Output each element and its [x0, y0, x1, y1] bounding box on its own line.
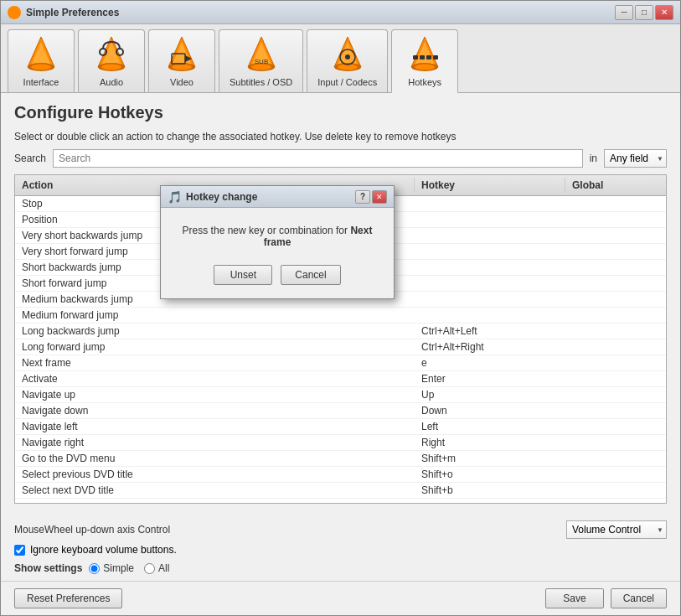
cell-hotkey: Shift+p [415, 499, 565, 502]
tab-video[interactable]: Video [148, 29, 215, 92]
cell-global [565, 467, 666, 482]
table-row[interactable]: Go to the DVD menu Shift+m [15, 451, 666, 467]
cell-action: Long forward jump [15, 339, 415, 355]
svg-point-13 [172, 65, 192, 70]
cell-action: Next frame [15, 355, 415, 370]
in-label: in [590, 153, 597, 164]
ignore-keyboard-label: Ignore keyboard volume buttons. [30, 544, 177, 556]
dialog-close-button[interactable]: ✕ [372, 190, 387, 204]
cell-hotkey: Up [415, 387, 565, 402]
tab-input[interactable]: Input / Codecs [307, 29, 388, 92]
table-row[interactable]: Activate Enter [15, 371, 666, 387]
page-description: Select or double click an action to chan… [14, 131, 667, 142]
tab-hotkeys[interactable]: Hotkeys [391, 29, 458, 93]
cell-hotkey: e [415, 355, 565, 370]
cell-global [565, 403, 666, 418]
tab-audio[interactable]: Audio [78, 29, 145, 92]
page-title: Configure Hotkeys [14, 103, 667, 122]
radio-simple[interactable] [89, 563, 100, 574]
volume-select-wrapper: Volume Control [566, 520, 667, 539]
cancel-button[interactable]: Cancel [611, 588, 667, 608]
title-bar: Simple Preferences ─ □ ✕ [1, 1, 680, 24]
cell-global [565, 212, 666, 227]
show-settings-label: Show settings [14, 562, 82, 574]
cell-global [565, 387, 666, 402]
tab-subtitles-label: Subtitles / OSD [230, 77, 292, 87]
cell-action: Select prev DVD chapter [15, 499, 415, 502]
main-content: Configure Hotkeys Select or double click… [1, 93, 680, 514]
volume-select[interactable]: Volume Control [566, 520, 667, 539]
dialog-body: Press the new key or combination for Nex… [161, 208, 394, 298]
footer-buttons: Reset Preferences Save Cancel [1, 581, 680, 615]
search-label: Search [14, 153, 46, 164]
checkbox-row: Ignore keyboard volume buttons. [14, 544, 667, 556]
dialog-message: Press the new key or combination for Nex… [178, 225, 377, 248]
maximize-button[interactable]: □ [635, 5, 653, 20]
dialog-icon: 🎵 [168, 190, 181, 204]
table-row[interactable]: Navigate left Left [15, 419, 666, 435]
tab-interface[interactable]: Interface [8, 29, 75, 92]
table-row[interactable]: Long backwards jump Ctrl+Alt+Left [15, 324, 666, 339]
cell-hotkey [415, 228, 565, 243]
cell-hotkey [415, 196, 565, 211]
cell-hotkey [415, 260, 565, 275]
cell-global [565, 435, 666, 450]
field-select[interactable]: Any field [604, 149, 667, 168]
cell-global [565, 196, 666, 211]
table-row[interactable]: Select prev DVD chapter Shift+p [15, 499, 666, 502]
table-row[interactable]: Navigate up Up [15, 387, 666, 403]
cell-global [565, 292, 666, 307]
svg-point-3 [31, 65, 51, 70]
table-row[interactable]: Next frame e [15, 355, 666, 371]
save-button[interactable]: Save [545, 588, 603, 608]
ignore-keyboard-checkbox[interactable] [14, 545, 25, 556]
table-row[interactable]: Medium forward jump [15, 308, 666, 324]
cell-action: Navigate up [15, 387, 415, 402]
app-icon [8, 6, 21, 19]
input-icon [328, 34, 368, 74]
cell-global [565, 483, 666, 498]
minimize-button[interactable]: ─ [615, 5, 633, 20]
cell-global [565, 499, 666, 502]
cell-action: Navigate left [15, 419, 415, 434]
close-button[interactable]: ✕ [655, 5, 673, 20]
col-global: Global [565, 178, 666, 193]
dialog-help-button[interactable]: ? [355, 190, 370, 204]
cell-hotkey: Down [415, 403, 565, 418]
radio-all-label: All [144, 562, 169, 574]
cell-hotkey: Shift+m [415, 451, 565, 466]
cell-hotkey: Enter [415, 371, 565, 386]
cell-hotkey: Ctrl+Alt+Right [415, 339, 565, 355]
radio-all[interactable] [144, 563, 155, 574]
cell-global [565, 244, 666, 259]
dialog-cancel-button[interactable]: Cancel [281, 265, 340, 285]
cell-action: Navigate down [15, 403, 415, 418]
tab-audio-label: Audio [100, 77, 123, 87]
table-row[interactable]: Navigate right Right [15, 435, 666, 451]
dialog-title-buttons: ? ✕ [355, 190, 387, 204]
table-row[interactable]: Long forward jump Ctrl+Alt+Right [15, 339, 666, 355]
cell-hotkey [415, 308, 565, 323]
cell-hotkey: Left [415, 419, 565, 434]
table-row[interactable]: Select next DVD title Shift+b [15, 483, 666, 499]
dialog-buttons: Unset Cancel [178, 265, 377, 285]
main-window: Simple Preferences ─ □ ✕ Interface [0, 0, 681, 616]
search-input[interactable] [53, 149, 583, 168]
cell-hotkey: Shift+o [415, 467, 565, 482]
table-row[interactable]: Navigate down Down [15, 403, 666, 419]
svg-rect-33 [426, 55, 431, 60]
table-row[interactable]: Select previous DVD title Shift+o [15, 467, 666, 483]
cell-global [565, 228, 666, 243]
reset-preferences-button[interactable]: Reset Preferences [14, 588, 122, 608]
tab-subtitles[interactable]: SUB Subtitles / OSD [219, 29, 303, 92]
svg-point-30 [415, 65, 435, 70]
window-title: Simple Preferences [26, 7, 615, 18]
dialog-unset-button[interactable]: Unset [214, 265, 272, 285]
dialog-message-prefix: Press the new key or combination for [183, 225, 351, 236]
tab-input-label: Input / Codecs [317, 77, 377, 87]
cell-action: Go to the DVD menu [15, 451, 415, 466]
cell-global [565, 308, 666, 323]
svg-point-26 [345, 54, 350, 60]
cell-action: Navigate right [15, 435, 415, 450]
cell-global [565, 339, 666, 355]
